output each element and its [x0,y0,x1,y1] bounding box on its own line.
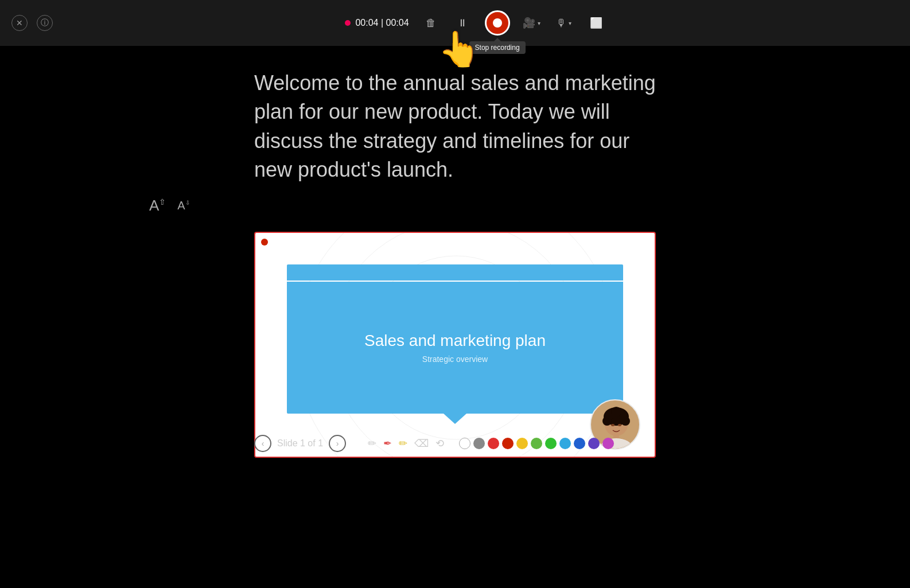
drawing-tools: ✏ ✒ ✏ ⌫ ⟲ [367,436,445,451]
record-btn-wrapper: Stop recording [485,10,510,36]
slide-navigation: ‹ Slide 1 of 1 › [254,435,346,452]
color-red2[interactable] [502,438,514,449]
delete-button[interactable]: 🗑 [421,13,441,33]
color-swatches [459,438,614,449]
top-toolbar: ✕ ⓘ 00:04 | 00:04 🗑 ⏸ Stop recording 🎥 ▾… [0,0,910,46]
mic-icon: 🎙 [556,17,566,29]
bottom-controls: ‹ Slide 1 of 1 › ✏ ✒ ✏ ⌫ ⟲ [254,435,656,452]
close-button[interactable]: ✕ [11,15,28,31]
svg-point-11 [611,407,621,417]
teleprompter-text: Welcome to the annual sales and marketin… [254,69,656,185]
next-slide-button[interactable]: › [329,435,346,452]
color-red1[interactable] [488,438,499,449]
timer-display: 00:04 | 00:04 [345,18,409,28]
pen-tool[interactable]: ✏ [367,436,378,451]
main-content: Welcome to the annual sales and marketin… [0,46,910,588]
info-button[interactable]: ⓘ [37,15,53,31]
record-inner [493,18,502,28]
font-size-controls: A⇧ A⇩ [149,196,190,215]
caption-icon: ⬜ [590,17,602,29]
font-decrease-button[interactable]: A⇩ [177,198,189,213]
color-gray[interactable] [473,438,485,449]
teleprompter-area: Welcome to the annual sales and marketin… [0,46,910,226]
slide-frame: Sales and marketing plan Strategic overv… [254,232,656,458]
pen2-tool[interactable]: ✒ [382,436,393,451]
color-blue1[interactable] [559,438,571,449]
color-green1[interactable] [531,438,542,449]
mic-chevron: ▾ [569,20,571,26]
slide-blue-main: Sales and marketing plan Strategic overv… [287,282,623,414]
svg-point-12 [611,424,615,426]
color-blue2[interactable] [574,438,585,449]
slide-pointer [444,414,466,424]
color-green2[interactable] [545,438,557,449]
marker-tool[interactable]: ✏ [398,436,409,451]
color-yellow[interactable] [516,438,528,449]
pause-button[interactable]: ⏸ [453,13,473,33]
camera-chevron: ▾ [538,20,540,26]
toolbar-center: 00:04 | 00:04 🗑 ⏸ Stop recording 🎥 ▾ 🎙 ▾… [53,10,899,36]
eraser-tool[interactable]: ⌫ [413,436,430,451]
font-increase-button[interactable]: A⇧ [149,196,166,215]
caption-button[interactable]: ⬜ [586,13,606,33]
camera-button[interactable]: 🎥 ▾ [522,13,542,33]
slide-title: Sales and marketing plan [364,332,546,350]
camera-icon: 🎥 [523,17,535,29]
slide-subtitle: Strategic overview [422,355,488,364]
toolbar-left: ✕ ⓘ [11,15,53,31]
color-purple2[interactable] [602,438,614,449]
slide-rec-dot [261,239,268,246]
slide-label: Slide 1 of 1 [277,438,323,449]
prev-slide-button[interactable]: ‹ [254,435,271,452]
color-white[interactable] [459,438,470,449]
mic-button[interactable]: 🎙 ▾ [554,13,574,33]
slide-container: Sales and marketing plan Strategic overv… [254,232,656,458]
lasso-tool[interactable]: ⟲ [434,436,445,451]
slide-blue-top [287,264,623,281]
svg-point-13 [618,424,621,426]
record-stop-button[interactable] [485,10,510,36]
recording-dot [345,20,351,26]
color-purple1[interactable] [588,438,600,449]
timer-text: 00:04 | 00:04 [355,18,409,28]
